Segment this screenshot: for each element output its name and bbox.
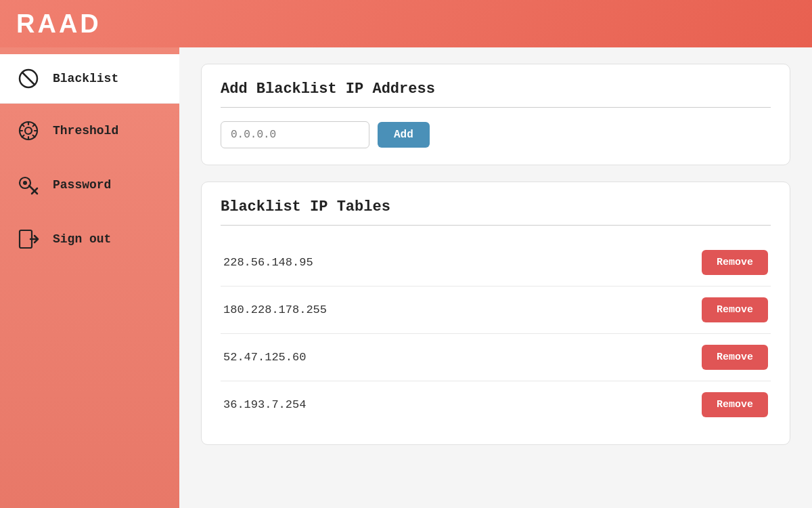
threshold-icon [16,119,41,143]
ip-address-cell: 52.47.125.60 [223,351,306,364]
app-header: RAAD [0,0,812,47]
add-button[interactable]: Add [378,122,430,148]
ip-table-row: 228.56.148.95Remove [221,239,771,287]
ip-address-input[interactable] [221,121,369,148]
sidebar-item-password[interactable]: Password [0,158,179,212]
svg-line-1 [22,72,35,85]
sidebar-item-threshold[interactable]: Threshold [0,104,179,158]
add-form: Add [221,121,771,148]
ip-table-title: Blacklist IP Tables [221,198,771,226]
ip-table-row: 180.228.178.255Remove [221,287,771,334]
main-layout: Blacklist Threshold [0,47,812,508]
svg-line-8 [22,125,24,127]
svg-point-3 [25,127,32,134]
signout-icon [16,227,41,251]
sidebar-threshold-label: Threshold [53,124,118,137]
ip-address-cell: 36.193.7.254 [223,398,306,411]
ip-address-cell: 180.228.178.255 [223,303,327,316]
ip-table: 228.56.148.95Remove180.228.178.255Remove… [221,239,771,428]
remove-button[interactable]: Remove [702,345,768,370]
sidebar-blacklist-label: Blacklist [53,72,118,85]
svg-point-13 [23,181,27,185]
remove-button[interactable]: Remove [702,392,768,417]
sidebar-password-label: Password [53,178,111,192]
password-icon [16,173,41,197]
blacklist-icon [16,66,41,91]
svg-line-11 [22,135,24,137]
sidebar-item-blacklist[interactable]: Blacklist [0,54,179,104]
ip-table-row: 36.193.7.254Remove [221,381,771,428]
main-content: Add Blacklist IP Address Add Blacklist I… [179,47,812,508]
ip-address-cell: 228.56.148.95 [223,256,313,269]
sidebar-item-signout[interactable]: Sign out [0,212,179,266]
remove-button[interactable]: Remove [702,250,768,275]
ip-table-row: 52.47.125.60Remove [221,334,771,381]
sidebar-signout-label: Sign out [53,232,111,246]
svg-line-10 [33,125,35,127]
add-blacklist-title: Add Blacklist IP Address [221,81,771,108]
svg-line-16 [32,191,35,194]
ip-table-card: Blacklist IP Tables 228.56.148.95Remove1… [201,182,790,445]
add-blacklist-card: Add Blacklist IP Address Add [201,64,790,165]
remove-button[interactable]: Remove [702,297,768,322]
app-logo: RAAD [16,9,102,39]
svg-line-9 [33,135,35,137]
sidebar: Blacklist Threshold [0,47,179,508]
